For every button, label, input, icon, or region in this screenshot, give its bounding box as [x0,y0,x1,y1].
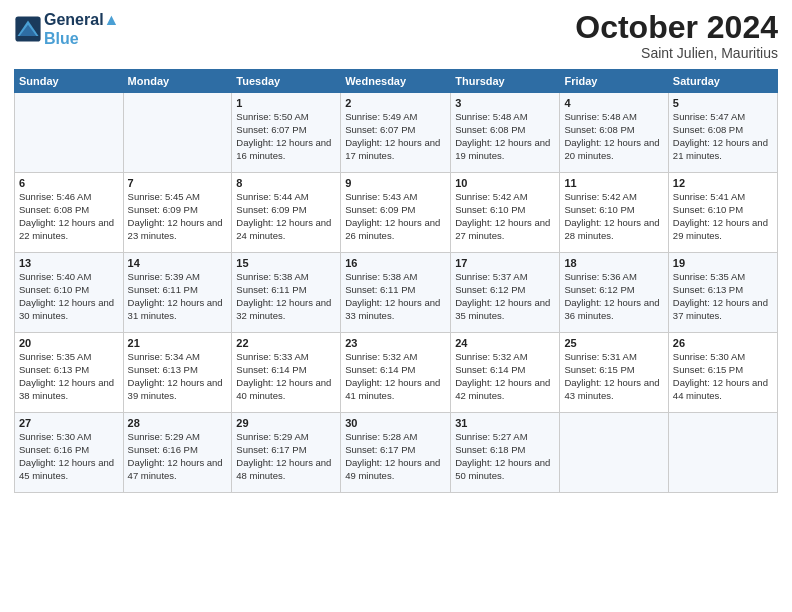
calendar-cell: 6Sunrise: 5:46 AM Sunset: 6:08 PM Daylig… [15,173,124,253]
day-number: 29 [236,417,336,429]
month-title: October 2024 [575,10,778,45]
day-info: Sunrise: 5:40 AM Sunset: 6:10 PM Dayligh… [19,271,119,322]
day-number: 6 [19,177,119,189]
day-info: Sunrise: 5:42 AM Sunset: 6:10 PM Dayligh… [455,191,555,242]
day-info: Sunrise: 5:29 AM Sunset: 6:16 PM Dayligh… [128,431,228,482]
day-number: 24 [455,337,555,349]
day-number: 28 [128,417,228,429]
calendar-cell: 30Sunrise: 5:28 AM Sunset: 6:17 PM Dayli… [341,413,451,493]
calendar-cell: 27Sunrise: 5:30 AM Sunset: 6:16 PM Dayli… [15,413,124,493]
day-info: Sunrise: 5:38 AM Sunset: 6:11 PM Dayligh… [236,271,336,322]
day-number: 22 [236,337,336,349]
day-info: Sunrise: 5:29 AM Sunset: 6:17 PM Dayligh… [236,431,336,482]
week-row-2: 6Sunrise: 5:46 AM Sunset: 6:08 PM Daylig… [15,173,778,253]
day-number: 9 [345,177,446,189]
calendar-cell: 22Sunrise: 5:33 AM Sunset: 6:14 PM Dayli… [232,333,341,413]
calendar-cell: 19Sunrise: 5:35 AM Sunset: 6:13 PM Dayli… [668,253,777,333]
calendar-cell: 31Sunrise: 5:27 AM Sunset: 6:18 PM Dayli… [451,413,560,493]
calendar-cell: 21Sunrise: 5:34 AM Sunset: 6:13 PM Dayli… [123,333,232,413]
day-number: 31 [455,417,555,429]
location-subtitle: Saint Julien, Mauritius [575,45,778,61]
day-info: Sunrise: 5:48 AM Sunset: 6:08 PM Dayligh… [564,111,663,162]
calendar-cell [15,93,124,173]
day-number: 14 [128,257,228,269]
title-block: October 2024 Saint Julien, Mauritius [575,10,778,61]
day-info: Sunrise: 5:46 AM Sunset: 6:08 PM Dayligh… [19,191,119,242]
day-info: Sunrise: 5:45 AM Sunset: 6:09 PM Dayligh… [128,191,228,242]
day-info: Sunrise: 5:30 AM Sunset: 6:16 PM Dayligh… [19,431,119,482]
day-header-tuesday: Tuesday [232,70,341,93]
day-header-wednesday: Wednesday [341,70,451,93]
day-info: Sunrise: 5:41 AM Sunset: 6:10 PM Dayligh… [673,191,773,242]
day-number: 5 [673,97,773,109]
week-row-1: 1Sunrise: 5:50 AM Sunset: 6:07 PM Daylig… [15,93,778,173]
day-info: Sunrise: 5:31 AM Sunset: 6:15 PM Dayligh… [564,351,663,402]
calendar-cell: 1Sunrise: 5:50 AM Sunset: 6:07 PM Daylig… [232,93,341,173]
day-info: Sunrise: 5:27 AM Sunset: 6:18 PM Dayligh… [455,431,555,482]
logo: General▲ Blue [14,10,119,48]
calendar-cell: 7Sunrise: 5:45 AM Sunset: 6:09 PM Daylig… [123,173,232,253]
calendar-cell: 17Sunrise: 5:37 AM Sunset: 6:12 PM Dayli… [451,253,560,333]
day-number: 19 [673,257,773,269]
week-row-3: 13Sunrise: 5:40 AM Sunset: 6:10 PM Dayli… [15,253,778,333]
day-info: Sunrise: 5:38 AM Sunset: 6:11 PM Dayligh… [345,271,446,322]
day-number: 8 [236,177,336,189]
calendar-cell: 18Sunrise: 5:36 AM Sunset: 6:12 PM Dayli… [560,253,668,333]
day-number: 17 [455,257,555,269]
day-info: Sunrise: 5:35 AM Sunset: 6:13 PM Dayligh… [19,351,119,402]
calendar-cell: 9Sunrise: 5:43 AM Sunset: 6:09 PM Daylig… [341,173,451,253]
day-info: Sunrise: 5:33 AM Sunset: 6:14 PM Dayligh… [236,351,336,402]
calendar-cell [560,413,668,493]
calendar-cell: 4Sunrise: 5:48 AM Sunset: 6:08 PM Daylig… [560,93,668,173]
day-number: 16 [345,257,446,269]
calendar-cell [123,93,232,173]
day-header-friday: Friday [560,70,668,93]
day-info: Sunrise: 5:48 AM Sunset: 6:08 PM Dayligh… [455,111,555,162]
calendar-cell: 29Sunrise: 5:29 AM Sunset: 6:17 PM Dayli… [232,413,341,493]
calendar-cell [668,413,777,493]
calendar-table: SundayMondayTuesdayWednesdayThursdayFrid… [14,69,778,493]
calendar-cell: 26Sunrise: 5:30 AM Sunset: 6:15 PM Dayli… [668,333,777,413]
day-header-monday: Monday [123,70,232,93]
day-header-thursday: Thursday [451,70,560,93]
day-number: 7 [128,177,228,189]
day-number: 30 [345,417,446,429]
logo-icon [14,15,42,43]
day-info: Sunrise: 5:36 AM Sunset: 6:12 PM Dayligh… [564,271,663,322]
day-info: Sunrise: 5:49 AM Sunset: 6:07 PM Dayligh… [345,111,446,162]
calendar-cell: 8Sunrise: 5:44 AM Sunset: 6:09 PM Daylig… [232,173,341,253]
day-info: Sunrise: 5:28 AM Sunset: 6:17 PM Dayligh… [345,431,446,482]
logo-text: General▲ Blue [44,10,119,48]
day-number: 13 [19,257,119,269]
week-row-5: 27Sunrise: 5:30 AM Sunset: 6:16 PM Dayli… [15,413,778,493]
day-number: 12 [673,177,773,189]
day-info: Sunrise: 5:34 AM Sunset: 6:13 PM Dayligh… [128,351,228,402]
calendar-cell: 5Sunrise: 5:47 AM Sunset: 6:08 PM Daylig… [668,93,777,173]
day-number: 1 [236,97,336,109]
day-number: 11 [564,177,663,189]
day-number: 26 [673,337,773,349]
calendar-cell: 25Sunrise: 5:31 AM Sunset: 6:15 PM Dayli… [560,333,668,413]
day-info: Sunrise: 5:32 AM Sunset: 6:14 PM Dayligh… [455,351,555,402]
calendar-cell: 16Sunrise: 5:38 AM Sunset: 6:11 PM Dayli… [341,253,451,333]
day-number: 18 [564,257,663,269]
calendar-cell: 20Sunrise: 5:35 AM Sunset: 6:13 PM Dayli… [15,333,124,413]
calendar-cell: 23Sunrise: 5:32 AM Sunset: 6:14 PM Dayli… [341,333,451,413]
days-header-row: SundayMondayTuesdayWednesdayThursdayFrid… [15,70,778,93]
day-number: 20 [19,337,119,349]
day-info: Sunrise: 5:32 AM Sunset: 6:14 PM Dayligh… [345,351,446,402]
day-number: 4 [564,97,663,109]
calendar-cell: 11Sunrise: 5:42 AM Sunset: 6:10 PM Dayli… [560,173,668,253]
page-container: General▲ Blue October 2024 Saint Julien,… [0,0,792,612]
day-info: Sunrise: 5:44 AM Sunset: 6:09 PM Dayligh… [236,191,336,242]
day-info: Sunrise: 5:50 AM Sunset: 6:07 PM Dayligh… [236,111,336,162]
day-number: 27 [19,417,119,429]
day-info: Sunrise: 5:39 AM Sunset: 6:11 PM Dayligh… [128,271,228,322]
day-number: 15 [236,257,336,269]
day-number: 2 [345,97,446,109]
calendar-cell: 2Sunrise: 5:49 AM Sunset: 6:07 PM Daylig… [341,93,451,173]
calendar-cell: 28Sunrise: 5:29 AM Sunset: 6:16 PM Dayli… [123,413,232,493]
calendar-cell: 15Sunrise: 5:38 AM Sunset: 6:11 PM Dayli… [232,253,341,333]
week-row-4: 20Sunrise: 5:35 AM Sunset: 6:13 PM Dayli… [15,333,778,413]
day-info: Sunrise: 5:37 AM Sunset: 6:12 PM Dayligh… [455,271,555,322]
